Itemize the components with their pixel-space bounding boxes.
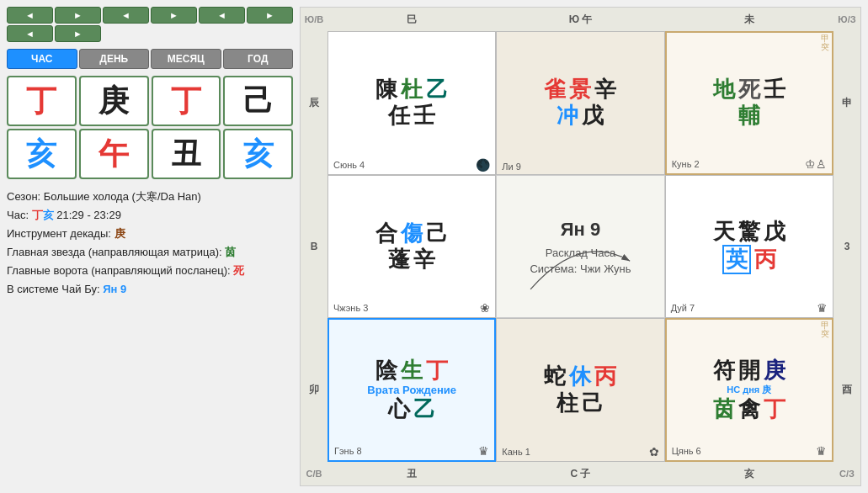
gen8-label: Гэнь 8: [334, 446, 362, 456]
dui7-icon: ♛: [817, 301, 828, 315]
hour-info: Час: 丁亥 21:29 - 23:29: [7, 206, 293, 225]
gen8-icon: ♛: [478, 444, 489, 458]
nav-left-1[interactable]: ◄: [7, 7, 53, 24]
tab-year[interactable]: ГОД: [223, 49, 294, 69]
cell-xun4-row2: 任 壬: [388, 103, 435, 129]
char-xin3: 心: [388, 396, 410, 422]
kun2-icon: ♔♙: [805, 157, 827, 171]
nav-arrows[interactable]: ◄ ► ◄ ► ◄ ► ◄ ►: [7, 7, 293, 42]
nav-left-2[interactable]: ◄: [103, 7, 149, 24]
qian6-topright: 甲突: [821, 321, 829, 338]
tab-day[interactable]: ДЕНЬ: [79, 49, 150, 69]
cell-dui7: 天 驚 戊 英 丙 Дуй 7 ♛: [665, 175, 833, 319]
cell-qian6: 甲突 符 開 庚 НС дня 庚 茵 禽 丁 Цянь 6 ♛: [665, 318, 833, 462]
dir-bot-left: С/В: [301, 462, 327, 485]
decade-info: Инструмент декады: 庚: [7, 225, 293, 243]
cell-zhen3: 合 傷 己 蓬 辛 Чжэнь 3 ❀: [327, 175, 496, 319]
dir-left-top: 辰: [301, 31, 327, 175]
nav-left-4[interactable]: ◄: [7, 25, 53, 42]
nav-right-1[interactable]: ►: [55, 7, 101, 24]
char-bing1: 丙: [754, 246, 776, 273]
char-di: 地: [713, 77, 735, 103]
dir-right-top: 申: [833, 31, 860, 175]
li9-label: Ли 9: [502, 162, 521, 172]
season-info: Сезон: Большие холода (大寒/Da Han): [7, 188, 293, 206]
dir-top-right: Ю/З: [833, 8, 860, 31]
tab-month[interactable]: МЕСЯЦ: [151, 49, 221, 69]
char-bing2: 丙: [594, 363, 616, 390]
char-ding1: 丁: [426, 358, 448, 384]
cell-dui7-row2: 英 丙: [722, 245, 776, 274]
main-star-info: Главная звезда (направляющая матрица): 茵: [7, 243, 293, 262]
xun4-icon: 🌑: [476, 158, 490, 172]
char-du: 杜: [401, 77, 423, 103]
char-tian: 天: [713, 219, 735, 245]
dir-top-left: Ю/В: [301, 8, 327, 31]
gate-text: Врата Рождение: [367, 384, 456, 396]
char-ying: 英: [722, 245, 751, 274]
cell-li9-bottom: Ли 9: [497, 162, 663, 172]
pillar-top-2: 丁: [152, 76, 221, 126]
char-shang: 傷: [401, 220, 423, 246]
char-ren3: 壬: [764, 77, 785, 103]
cell-kan1: 蛇 休 丙 柱 己 Кань 1 ✿: [496, 318, 664, 462]
nav-right-3[interactable]: ►: [247, 7, 293, 24]
char-kai: 開: [738, 358, 760, 384]
char-si1: 死: [738, 77, 760, 103]
char-wu1: 戊: [582, 103, 604, 129]
char-que: 雀: [544, 77, 566, 103]
center-sub1: Расклад Часа: [530, 245, 631, 262]
nav-left-3[interactable]: ◄: [199, 7, 245, 24]
char-xin2: 辛: [413, 246, 435, 273]
cell-zhen3-row2: 蓬 辛: [388, 246, 435, 273]
dir-bot-mid2: С 子: [496, 462, 664, 485]
cell-gen8-row1: 陰 生 丁: [375, 358, 448, 384]
cell-zhen3-row1: 合 傷 己: [375, 220, 448, 246]
char-ren2: 壬: [413, 103, 435, 129]
char-yi2: 乙: [413, 396, 435, 422]
char-she: 蛇: [544, 363, 566, 390]
qian6-icon: ♛: [816, 444, 827, 458]
cell-gen8-row2: 心 乙: [388, 396, 435, 422]
nav-right-2[interactable]: ►: [151, 7, 197, 24]
pillar-bot-3: 亥: [223, 129, 293, 179]
cell-li9-row2: 冲 戊: [556, 103, 604, 129]
pillar-bot-2: 丑: [152, 129, 221, 179]
zhen3-label: Чжэнь 3: [333, 303, 368, 313]
ns-text: НС дня 庚: [727, 384, 771, 396]
pillar-top-3: 己: [223, 76, 293, 126]
cell-qian6-row2: 茵 禽 丁: [713, 396, 785, 422]
cell-kun2: 甲突 地 死 壬 輔 Кунь 2 ♔♙: [665, 31, 833, 175]
kan1-icon: ✿: [649, 445, 659, 459]
char-he: 合: [375, 220, 397, 246]
char-fu2: 符: [713, 358, 735, 384]
tab-buttons[interactable]: ЧАС ДЕНЬ МЕСЯЦ ГОД: [7, 49, 293, 69]
pillar-top-0: 丁: [7, 76, 77, 126]
right-panel: Ю/В 巳 Ю 午 未 Ю/З 辰 陳 杜 乙 任 壬 Сюнь 4 🌑: [300, 7, 861, 486]
cell-dui7-row1: 天 驚 戊: [713, 219, 785, 245]
char-xiu: 休: [569, 363, 591, 390]
cell-dui7-bottom: Дуй 7 ♛: [666, 301, 833, 315]
cell-qian6-bottom: Цянь 6 ♛: [667, 444, 832, 458]
kan1-label: Кань 1: [502, 447, 530, 457]
kun2-label: Кунь 2: [672, 159, 700, 169]
center-num: Ян 9: [530, 215, 631, 243]
cell-center: Ян 9 Расклад Часа Система: Чжи Жунь: [496, 175, 664, 319]
char-yin: 陰: [375, 358, 397, 384]
center-content: Ян 9 Расклад Часа Система: Чжи Жунь: [530, 215, 631, 278]
cell-kun2-row1: 地 死 壬: [713, 77, 785, 103]
cell-kan1-bottom: Кань 1 ✿: [497, 445, 663, 459]
char-jing2: 驚: [738, 219, 760, 245]
dir-bot-mid1: 丑: [327, 462, 496, 485]
info-section: Сезон: Большие холода (大寒/Da Han) Час: 丁…: [7, 188, 293, 300]
char-geng: 庚: [764, 358, 785, 384]
nav-right-4[interactable]: ►: [55, 25, 101, 42]
left-panel: ◄ ► ◄ ► ◄ ► ◄ ► ЧАС ДЕНЬ МЕСЯЦ ГОД 丁 庚 丁…: [7, 7, 293, 486]
kun2-topright: 甲突: [821, 34, 829, 51]
char-chen: 陳: [375, 77, 397, 103]
pillar-grid: 丁 庚 丁 己 亥 午 丑 亥: [7, 76, 293, 179]
dir-left-bot: 卯: [301, 318, 327, 462]
system-info: В системе Чай Бу: Ян 9: [7, 280, 293, 299]
tab-hour[interactable]: ЧАС: [7, 49, 77, 69]
char-wu2: 戊: [764, 219, 785, 245]
